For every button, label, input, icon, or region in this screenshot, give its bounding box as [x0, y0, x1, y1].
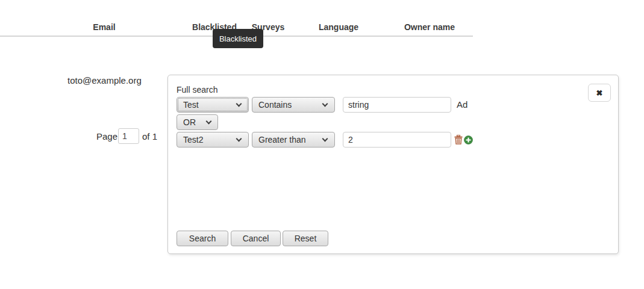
value-input-1[interactable] [343, 97, 451, 113]
chevron-down-icon [322, 101, 328, 107]
column-header-language[interactable]: Language [319, 22, 358, 32]
delete-condition-button[interactable] [454, 135, 463, 144]
column-header-email[interactable]: Email [93, 22, 115, 32]
chevron-down-icon [236, 136, 242, 142]
table-cell-email[interactable]: toto@example.org [67, 75, 142, 85]
panel-title: Full search [177, 85, 217, 95]
field-select-2-value: Test2 [183, 135, 203, 144]
operator-select-2[interactable]: Greater than [252, 132, 335, 148]
reset-button[interactable]: Reset [283, 231, 328, 246]
chevron-down-icon [206, 119, 212, 125]
chevron-down-icon [322, 136, 328, 142]
field-select-1-value: Test [183, 100, 199, 110]
add-condition-button[interactable] [463, 135, 473, 144]
join-operator-value: OR [183, 117, 196, 127]
participants-page: Email Blacklisted Surveys Language Owner… [0, 0, 644, 289]
operator-select-1[interactable]: Contains [252, 97, 335, 113]
search-button[interactable]: Search [177, 231, 228, 246]
plus-circle-icon [464, 137, 473, 146]
page-total-label: of 1 [142, 131, 157, 141]
operator-select-1-value: Contains [258, 100, 292, 110]
page-label: Page [96, 131, 117, 141]
field-select-1[interactable]: Test [177, 97, 249, 113]
trash-icon [454, 137, 463, 146]
tooltip-text: Blacklisted [219, 34, 257, 43]
cancel-button[interactable]: Cancel [231, 231, 281, 246]
full-search-panel: Full search ✖ Test Contains Ad OR Test2 … [167, 75, 619, 254]
blacklisted-tooltip: Blacklisted [213, 29, 263, 48]
page-number-input[interactable] [118, 128, 139, 144]
add-condition-label: Ad [457, 97, 467, 113]
column-header-owner-name[interactable]: Owner name [404, 22, 455, 32]
field-select-2[interactable]: Test2 [177, 132, 249, 148]
close-icon: ✖ [596, 89, 603, 98]
operator-select-2-value: Greater than [258, 135, 306, 144]
join-operator-select[interactable]: OR [177, 114, 218, 130]
chevron-down-icon [236, 101, 242, 107]
close-panel-button[interactable]: ✖ [588, 84, 611, 102]
value-input-2[interactable] [343, 132, 451, 148]
